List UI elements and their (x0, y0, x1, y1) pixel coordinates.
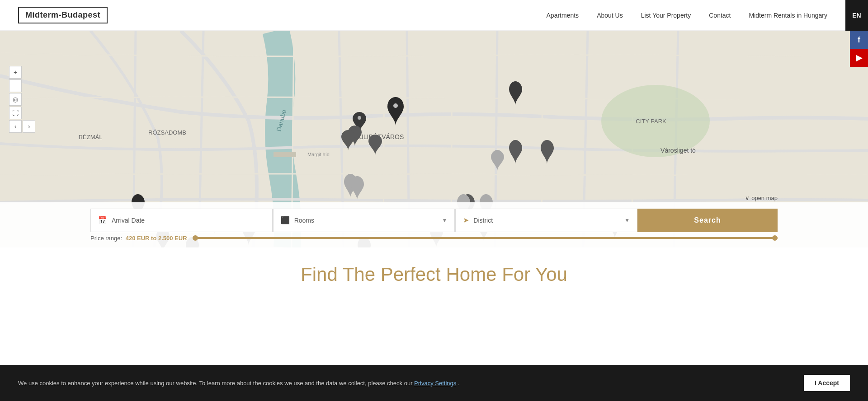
svg-point-14 (393, 103, 398, 108)
nav-about[interactable]: About Us (597, 12, 623, 19)
search-bar: 📅 Arrival Date ⬛ Rooms ▼ ➤ District ▼ Se… (0, 202, 868, 247)
district-label: District (473, 217, 493, 224)
search-button[interactable]: Search (637, 209, 778, 232)
locate-button[interactable]: ◎ (9, 93, 22, 106)
find-section: Find The Perfect Home For You (0, 247, 868, 302)
district-icon: ➤ (463, 216, 469, 224)
prev-button[interactable]: ‹ (9, 120, 22, 133)
rooms-arrow-icon: ▼ (442, 217, 447, 224)
social-bar: f ▶ (850, 31, 868, 67)
price-range-slider[interactable] (193, 237, 778, 239)
open-map-link[interactable]: ∨ open map (745, 195, 778, 201)
cookie-accept-button[interactable]: I Accept (804, 375, 850, 391)
zoom-in-button[interactable]: + (9, 66, 22, 79)
header: Midterm-Budapest Apartments About Us Lis… (0, 0, 868, 31)
next-button[interactable]: › (23, 120, 35, 133)
price-value: 420 EUR to 2.500 EUR (126, 235, 187, 242)
chevron-down-icon: ∨ (745, 195, 750, 201)
rooms-label: Rooms (294, 217, 314, 224)
youtube-icon: ▶ (856, 53, 862, 63)
cookie-text: We use cookies to enhance your experienc… (18, 380, 795, 387)
svg-text:RÉZMÁL: RÉZMÁL (79, 134, 103, 140)
facebook-button[interactable]: f (850, 31, 868, 49)
search-row: 📅 Arrival Date ⬛ Rooms ▼ ➤ District ▼ Se… (90, 209, 778, 232)
nav: Apartments About Us List Your Property C… (547, 12, 827, 19)
logo-wrap[interactable]: Midterm-Budapest (18, 7, 108, 23)
find-title: Find The Perfect Home For You (301, 264, 567, 285)
youtube-button[interactable]: ▶ (850, 49, 868, 67)
svg-text:Margit híd: Margit híd (307, 152, 330, 157)
rooms-select[interactable]: ⬛ Rooms ▼ (273, 209, 455, 232)
arrival-date-field[interactable]: 📅 Arrival Date (90, 209, 273, 232)
nav-midterm-hungary[interactable]: Midterm Rentals in Hungary (749, 12, 827, 19)
svg-text:Városliget tó: Városliget tó (660, 147, 696, 154)
logo-text: Midterm-Budapest (25, 10, 100, 19)
privacy-settings-link[interactable]: Privacy Settings (414, 380, 456, 387)
nav-contact[interactable]: Contact (709, 12, 731, 19)
rooms-icon: ⬛ (281, 216, 290, 224)
map-container[interactable]: CITY PARK Danube Margit híd RÓZSADOMB RÉ… (0, 31, 868, 247)
svg-text:CITY PARK: CITY PARK (636, 118, 666, 125)
district-select[interactable]: ➤ District ▼ (455, 209, 637, 232)
nav-apartments[interactable]: Apartments (547, 12, 579, 19)
cookie-banner: We use cookies to enhance your experienc… (0, 365, 868, 401)
map-controls: + − ◎ ⛶ ‹ › (9, 66, 35, 133)
svg-text:RÓZSADOMB: RÓZSADOMB (148, 129, 186, 136)
price-row: Price range: 420 EUR to 2.500 EUR (90, 232, 778, 242)
svg-point-13 (358, 116, 361, 120)
lang-button[interactable]: EN (845, 0, 868, 31)
arrival-date-label: Arrival Date (112, 217, 145, 224)
facebook-icon: f (858, 35, 860, 45)
district-arrow-icon: ▼ (624, 217, 630, 224)
nav-list-property[interactable]: List Your Property (641, 12, 691, 19)
svg-rect-4 (274, 152, 296, 157)
zoom-out-button[interactable]: − (9, 79, 22, 92)
calendar-icon: 📅 (98, 216, 107, 224)
price-label: Price range: 420 EUR to 2.500 EUR (90, 235, 187, 242)
fullscreen-button[interactable]: ⛶ (9, 107, 22, 119)
